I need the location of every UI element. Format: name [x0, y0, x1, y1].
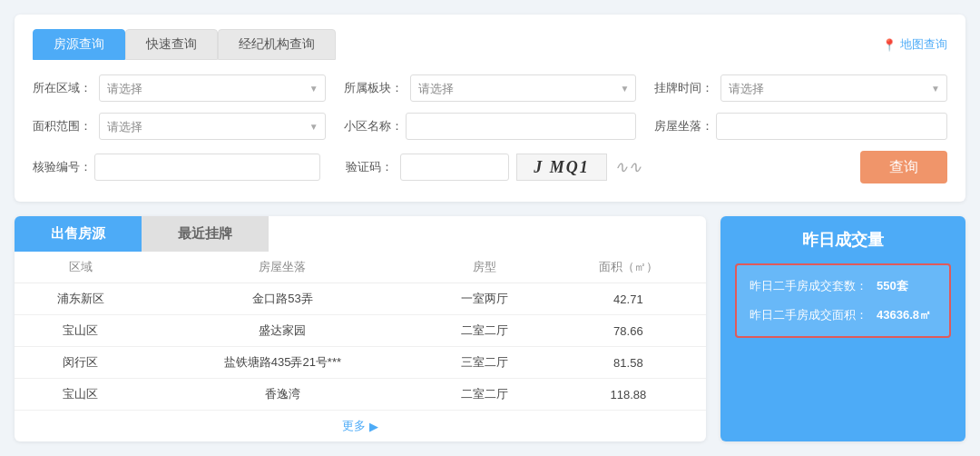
cell-address: 盐铁塘路435弄21号***: [146, 347, 419, 379]
listing-time-label: 挂牌时间：: [654, 80, 713, 96]
field-block: 所属板块： 请选择 ▼: [344, 74, 637, 102]
stats-value-1: 43636.8㎡: [877, 307, 931, 323]
col-address: 房屋坐落: [146, 252, 419, 283]
tab-quick-query[interactable]: 快速查询: [125, 29, 218, 60]
cell-type: 三室二厅: [419, 347, 551, 379]
more-label: 更多: [342, 418, 366, 434]
more-arrow-icon: ▶: [369, 420, 378, 433]
listing-time-select[interactable]: 请选择: [720, 74, 947, 102]
cell-size: 42.71: [551, 283, 706, 315]
captcha-image[interactable]: J MQ1: [516, 154, 607, 181]
query-button[interactable]: 查询: [860, 151, 947, 183]
table-row[interactable]: 闵行区 盐铁塘路435弄21号*** 三室二厅 81.58: [15, 347, 706, 379]
stats-value-0: 550套: [877, 278, 908, 294]
cell-area: 宝山区: [15, 315, 146, 347]
cell-size: 118.88: [551, 379, 706, 411]
table-row[interactable]: 宝山区 盛达家园 二室二厅 78.66: [15, 315, 706, 347]
col-type: 房型: [419, 252, 551, 283]
cell-area: 宝山区: [15, 379, 146, 411]
table-area: 出售房源 最近挂牌 区域 房屋坐落 房型 面积（㎡） 浦东新区 金口路53弄 一…: [15, 216, 706, 441]
field-listing-time: 挂牌时间： 请选择 ▼: [654, 74, 947, 102]
tab-house-query[interactable]: 房源查询: [33, 29, 125, 60]
tab-recent[interactable]: 最近挂牌: [142, 216, 269, 252]
search-form: 所在区域： 请选择 ▼ 所属板块： 请选择 ▼ 挂牌时间：: [33, 74, 947, 183]
community-input[interactable]: [406, 113, 637, 140]
location-icon: 📍: [882, 38, 897, 52]
cell-address: 香逸湾: [146, 379, 419, 411]
captcha-input[interactable]: [400, 154, 509, 181]
block-label: 所属板块：: [344, 80, 403, 96]
address-label: 房屋坐落：: [654, 118, 709, 134]
stats-title: 昨日成交量: [735, 229, 951, 251]
more-row: 更多 ▶: [15, 411, 706, 441]
stats-row-1: 昨日二手房成交面积： 43636.8㎡: [750, 303, 936, 327]
col-area: 区域: [15, 252, 146, 283]
map-query-link[interactable]: 📍 地图查询: [882, 36, 947, 53]
table-row[interactable]: 宝山区 香逸湾 二室二厅 118.88: [15, 379, 706, 411]
form-row-2: 面积范围： 请选择 ▼ 小区名称： 房屋坐落：: [33, 113, 947, 140]
cell-size: 78.66: [551, 315, 706, 347]
stats-inner: 昨日二手房成交套数： 550套 昨日二手房成交面积： 43636.8㎡: [735, 263, 951, 338]
field-check-no: 核验编号：: [33, 154, 320, 181]
address-input[interactable]: [716, 113, 947, 140]
table-tab-bar: 出售房源 最近挂牌: [15, 216, 706, 252]
stats-box: 昨日成交量 昨日二手房成交套数： 550套 昨日二手房成交面积： 43636.8…: [720, 216, 965, 441]
query-btn-wrapper: 查询: [660, 151, 947, 183]
field-captcha: 验证码： J MQ1 ∿∿: [338, 154, 642, 181]
size-label: 面积范围：: [33, 118, 92, 134]
table-header: 区域 房屋坐落 房型 面积（㎡）: [15, 252, 706, 283]
cell-size: 81.58: [551, 347, 706, 379]
cell-type: 二室二厅: [419, 379, 551, 411]
col-size: 面积（㎡）: [551, 252, 706, 283]
search-panel: 房源查询 快速查询 经纪机构查询 📍 地图查询 所在区域： 请选择 ▼ 所属板块…: [15, 15, 965, 202]
check-no-label: 核验编号：: [33, 159, 87, 175]
tab-agency-query[interactable]: 经纪机构查询: [218, 29, 336, 60]
area-label: 所在区域：: [33, 80, 92, 96]
field-address: 房屋坐落：: [654, 113, 947, 140]
stats-row-0: 昨日二手房成交套数： 550套: [750, 274, 936, 298]
area-select[interactable]: 请选择: [99, 74, 326, 102]
captcha-label: 验证码：: [338, 159, 393, 175]
captcha-wave: ∿∿: [614, 157, 642, 177]
field-size: 面积范围： 请选择 ▼: [33, 113, 326, 140]
table-row[interactable]: 浦东新区 金口路53弄 一室两厅 42.71: [15, 283, 706, 315]
field-area: 所在区域： 请选择 ▼: [33, 74, 326, 102]
stats-label-1: 昨日二手房成交面积：: [750, 307, 867, 323]
community-label: 小区名称：: [344, 118, 398, 134]
cell-area: 闵行区: [15, 347, 146, 379]
more-link[interactable]: 更多 ▶: [342, 418, 378, 434]
house-table: 区域 房屋坐落 房型 面积（㎡） 浦东新区 金口路53弄 一室两厅 42.71 …: [15, 252, 706, 411]
cell-address: 金口路53弄: [146, 283, 419, 315]
check-no-input[interactable]: [94, 154, 320, 181]
cell-type: 一室两厅: [419, 283, 551, 315]
form-row-1: 所在区域： 请选择 ▼ 所属板块： 请选择 ▼ 挂牌时间：: [33, 74, 947, 102]
size-select[interactable]: 请选择: [99, 113, 326, 140]
block-select[interactable]: 请选择: [410, 74, 637, 102]
cell-area: 浦东新区: [15, 283, 146, 315]
field-community: 小区名称：: [344, 113, 637, 140]
tab-sale[interactable]: 出售房源: [15, 216, 142, 252]
form-row-3: 核验编号： 验证码： J MQ1 ∿∿ 查询: [33, 151, 947, 183]
cell-type: 二室二厅: [419, 315, 551, 347]
cell-address: 盛达家园: [146, 315, 419, 347]
stats-label-0: 昨日二手房成交套数：: [750, 278, 867, 294]
tab-bar: 房源查询 快速查询 经纪机构查询 📍 地图查询: [33, 29, 947, 60]
bottom-section: 出售房源 最近挂牌 区域 房屋坐落 房型 面积（㎡） 浦东新区 金口路53弄 一…: [15, 216, 965, 441]
